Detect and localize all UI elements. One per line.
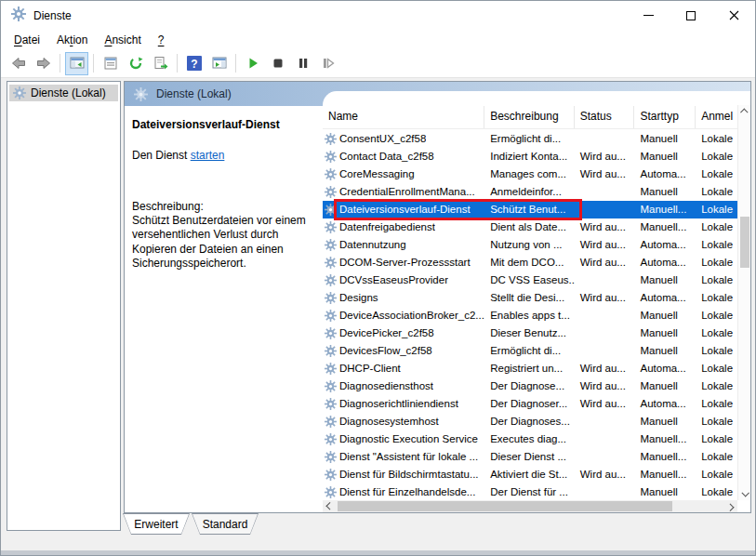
service-gear-icon xyxy=(325,380,337,392)
table-row[interactable]: Contact Data_c2f58Indiziert Konta...Wird… xyxy=(323,148,737,165)
table-row[interactable]: DHCP-ClientRegistriert un...Wird au...Au… xyxy=(323,360,737,377)
table-row[interactable]: DesignsStellt die Desi...Wird au...Autom… xyxy=(323,289,737,307)
service-gear-icon xyxy=(325,345,337,357)
play-icon xyxy=(245,56,260,71)
selected-service-title: Dateiversionsverlauf-Dienst xyxy=(132,118,312,131)
service-name-cell: DevicePicker_c2f58 xyxy=(323,324,484,342)
minimize-button[interactable] xyxy=(627,1,670,30)
table-row[interactable]: Dateiversionsverlauf-DienstSchützt Benut… xyxy=(323,201,737,218)
stop-icon xyxy=(271,56,285,71)
table-row[interactable]: Diagnostic Execution ServiceExecutes dia… xyxy=(323,430,737,448)
table-row[interactable]: DevicePicker_c2f58Dieser Benutz...Manuel… xyxy=(323,324,737,342)
scroll-down-button[interactable] xyxy=(738,487,751,500)
startup-type-cell: Automa... xyxy=(634,254,696,271)
table-row[interactable]: DiagnosediensthostDer Diagnose...Wird au… xyxy=(323,377,737,395)
tab-standard[interactable]: Standard xyxy=(192,513,259,535)
view-tabs: Erweitert Standard xyxy=(123,513,259,535)
restart-service-button[interactable] xyxy=(316,52,339,75)
service-name-cell: DCOM-Server-Prozessstart xyxy=(323,254,484,271)
table-row[interactable]: DatenfreigabedienstDient als Date...Wird… xyxy=(323,218,737,236)
table-row[interactable]: ConsentUX_c2f58Ermöglicht di...ManuellLo… xyxy=(323,130,737,148)
table-row[interactable]: DatennutzungNutzung von ...Wird au...Aut… xyxy=(323,236,737,254)
menu-item-ansicht[interactable]: Ansicht xyxy=(96,32,149,48)
column-header-starttyp[interactable]: Starttyp xyxy=(634,106,696,128)
service-gear-icon xyxy=(325,469,337,481)
menu-item-aktion[interactable]: Aktion xyxy=(48,32,96,48)
service-gear-icon xyxy=(325,133,337,145)
logon-as-cell: Lokale xyxy=(696,448,737,466)
table-row[interactable]: Dienst für Einzelhandelsde...Der Dienst … xyxy=(323,483,737,500)
table-row[interactable]: DiagnoserichtliniendienstDer Diagnoser..… xyxy=(323,395,737,413)
service-gear-icon xyxy=(325,292,337,304)
startup-type-cell: Manuell xyxy=(634,307,696,324)
table-row[interactable]: Dienst für Bildschirmtastatu...Aktiviert… xyxy=(323,466,737,483)
scroll-up-button[interactable] xyxy=(738,105,751,118)
startup-type-cell: Manuell xyxy=(634,183,696,201)
column-header-anmel[interactable]: Anmel xyxy=(696,106,737,128)
help-button[interactable]: ? xyxy=(182,52,206,75)
app-gear-icon xyxy=(11,7,26,25)
toolbar-separator xyxy=(60,54,60,73)
toolbar-separator xyxy=(177,54,178,73)
toolbar: ? xyxy=(1,49,755,78)
table-row[interactable]: CredentialEnrollmentMana...Anmeldeinfor.… xyxy=(323,183,737,201)
logon-as-cell: Lokale xyxy=(696,360,737,377)
startup-type-cell: Manuell xyxy=(634,271,696,289)
pause-service-button[interactable] xyxy=(291,52,314,75)
horizontal-scrollbar[interactable] xyxy=(323,500,737,512)
column-header-beschreibung[interactable]: Beschreibung xyxy=(484,106,575,128)
tree-item-dienste-lokal[interactable]: Dienste (Lokal) xyxy=(9,85,118,101)
menu-item-?[interactable]: ? xyxy=(150,32,173,48)
startup-type-cell: Automa... xyxy=(634,360,696,377)
properties-icon xyxy=(103,56,118,71)
service-gear-icon xyxy=(325,239,337,251)
start-service-button[interactable] xyxy=(241,52,264,75)
start-service-link[interactable]: starten xyxy=(191,149,225,162)
service-name-cell: ConsentUX_c2f58 xyxy=(323,130,484,148)
close-icon xyxy=(729,10,739,20)
table-row[interactable]: DiagnosesystemhostDer Diagnoses...Manuel… xyxy=(323,413,737,430)
logon-as-cell: Lokale xyxy=(696,148,737,165)
back-button[interactable] xyxy=(7,52,30,75)
status-cell: Wird au... xyxy=(575,148,635,165)
menu-item-datei[interactable]: Datei xyxy=(6,32,48,48)
table-row[interactable]: DCOM-Server-ProzessstartMit dem DCO...Wi… xyxy=(323,254,737,271)
show-console-tree-button[interactable] xyxy=(65,52,88,75)
service-name-cell: Designs xyxy=(323,289,484,307)
table-row[interactable]: CoreMessagingManages com...Wird au...Aut… xyxy=(323,165,737,183)
forward-button[interactable] xyxy=(32,52,55,75)
export-list-button[interactable] xyxy=(149,52,172,75)
show-action-pane-button[interactable] xyxy=(207,52,231,75)
refresh-button[interactable] xyxy=(124,52,147,75)
column-header-status[interactable]: Status xyxy=(575,106,635,128)
status-cell xyxy=(575,430,635,448)
export-list-icon xyxy=(153,56,168,71)
vertical-scrollbar[interactable] xyxy=(737,105,750,500)
properties-button[interactable] xyxy=(99,52,122,75)
window-title: Dienste xyxy=(33,9,72,22)
service-name-cell: Dateiversionsverlauf-Dienst xyxy=(323,201,484,218)
startup-type-cell: Manuell xyxy=(634,413,696,430)
close-button[interactable] xyxy=(712,1,755,30)
column-header-name[interactable]: Name xyxy=(323,106,484,128)
service-gear-icon xyxy=(325,274,337,286)
maximize-button[interactable] xyxy=(670,1,712,30)
table-row[interactable]: DeviceAssociationBroker_c2...Enables app… xyxy=(323,307,737,324)
services-gear-icon xyxy=(134,87,148,101)
horizontal-scroll-thumb[interactable] xyxy=(338,501,672,511)
startup-type-cell: Manuell... xyxy=(634,201,696,218)
logon-as-cell: Lokale xyxy=(696,218,737,236)
maximize-icon xyxy=(686,11,696,20)
scroll-right-button[interactable] xyxy=(724,500,737,512)
scroll-left-button[interactable] xyxy=(323,500,336,512)
table-row[interactable]: DCVssEaseusProviderDC VSS Easeus...Manue… xyxy=(323,271,737,289)
table-row[interactable]: DevicesFlow_c2f58Ermöglicht di...Manuell… xyxy=(323,342,737,360)
stop-service-button[interactable] xyxy=(266,52,289,75)
minimize-icon xyxy=(643,15,654,16)
startup-type-cell: Manuell xyxy=(634,324,696,342)
table-row[interactable]: Dienst "Assistent für lokale ...Dieser D… xyxy=(323,448,737,466)
toolbar-separator xyxy=(235,54,236,73)
vertical-scroll-thumb[interactable] xyxy=(740,217,749,268)
tab-erweitert[interactable]: Erweitert xyxy=(123,513,190,535)
action-prefix: Den Dienst xyxy=(132,149,191,162)
